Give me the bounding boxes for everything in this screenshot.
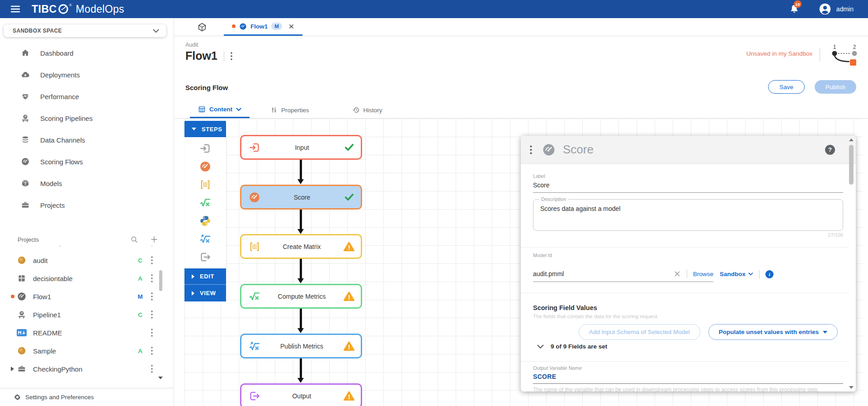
project-menu-icon[interactable] (151, 310, 153, 319)
node-output[interactable]: Output (240, 383, 362, 406)
sidebar-item-data-channels[interactable]: Data Channels (0, 129, 174, 151)
compute-metrics-icon[interactable] (199, 197, 211, 209)
python-icon[interactable] (199, 215, 211, 227)
version-stepper[interactable]: 1 2 (827, 43, 860, 68)
info-icon[interactable]: i (765, 270, 774, 278)
project-row-pipeline1[interactable]: Pipeline1 C (0, 306, 174, 324)
output-variable-name-value[interactable]: SCORE (533, 373, 556, 380)
projects-scrollbar-thumb[interactable] (159, 270, 162, 291)
warning-icon (343, 241, 355, 253)
node-score[interactable]: Score (240, 185, 362, 210)
populate-unset-values-button[interactable]: Populate unset values with entries (708, 324, 838, 340)
output-icon[interactable] (199, 251, 211, 263)
scroll-up-icon[interactable] (849, 139, 854, 141)
label-field-value[interactable]: Score (533, 182, 550, 189)
node-publish-metrics[interactable]: Publish Metrics (240, 334, 362, 358)
tab-history[interactable]: History (346, 102, 389, 118)
project-menu-icon[interactable] (151, 292, 153, 301)
tab-content[interactable]: Content (190, 102, 250, 118)
project-row-sample[interactable]: Sample A (0, 342, 174, 360)
gauge-icon (16, 291, 27, 301)
flow-canvas[interactable]: STEPS EDIT VIEW Input (184, 119, 863, 406)
sidebar-item-projects[interactable]: Projects (0, 194, 174, 216)
tab-properties[interactable]: Properties (264, 102, 316, 118)
palette-steps-label: STEPS (202, 126, 222, 133)
projects-scroll-down-icon[interactable] (158, 377, 163, 379)
projects-section-header: Projects (0, 233, 164, 246)
sidebar-item-performance[interactable]: Performance (0, 86, 174, 107)
clear-icon[interactable] (674, 270, 681, 277)
publish-metrics-icon[interactable] (199, 233, 211, 245)
scroll-down-icon[interactable] (849, 386, 854, 389)
project-row-flow1[interactable]: Flow1 M (0, 287, 174, 306)
palette-view-header[interactable]: VIEW (184, 284, 226, 301)
project-menu-icon[interactable] (151, 274, 153, 282)
project-menu-icon[interactable] (151, 246, 153, 246)
project-menu-icon[interactable] (151, 256, 153, 264)
title-menu-icon[interactable] (231, 52, 232, 60)
tibco-swoosh-icon (58, 4, 69, 14)
project-menu-icon[interactable] (151, 365, 153, 373)
project-menu-icon[interactable] (151, 329, 153, 337)
briefcase-icon (21, 201, 30, 210)
hamburger-menu-icon[interactable] (11, 5, 20, 13)
sidebar-item-label: Dashboard (40, 49, 73, 57)
project-row-audit-output[interactable]: audit-output C (0, 246, 174, 251)
browse-link[interactable]: Browse (693, 271, 713, 277)
user-menu[interactable]: admin (819, 3, 854, 15)
notifications-button[interactable]: 10 (789, 4, 800, 14)
project-row-audit[interactable]: audit C (0, 251, 174, 269)
sidebar-item-deployments[interactable]: Deployments (0, 64, 174, 86)
sidebar-item-scoring-pipelines[interactable]: Scoring Pipelines (0, 107, 174, 129)
project-row-checkingpython[interactable]: CheckingPython (0, 360, 174, 378)
score-gauge-icon[interactable] (199, 161, 211, 172)
add-project-icon[interactable] (150, 235, 158, 244)
project-name: audit (33, 257, 137, 264)
panel-scrollbar[interactable] (849, 138, 854, 390)
sidebar-item-dashboard[interactable]: Dashboard (0, 42, 174, 64)
project-name: decisiontable (33, 275, 137, 282)
project-row-readme[interactable]: README (0, 324, 174, 342)
divider (521, 247, 849, 248)
close-tab-icon[interactable] (288, 24, 294, 29)
space-selector[interactable]: SANDBOX SPACE (4, 24, 166, 37)
projects-header-label: Projects (18, 236, 39, 243)
palette-edit-header[interactable]: EDIT (184, 268, 226, 284)
model-id-field[interactable]: audit.pmml Browse (533, 266, 713, 282)
search-icon[interactable] (130, 235, 138, 244)
active-document-tab[interactable]: Flow1 M (224, 18, 302, 36)
palette-steps-header[interactable]: STEPS (184, 121, 226, 137)
location-dropdown-value: Sandbox (720, 271, 745, 277)
tibco-modelops-logo: TIBC ® ModelOps (32, 0, 124, 18)
sidebar-item-scoring-flows[interactable]: Scoring Flows (0, 151, 174, 172)
panel-title: Score (563, 143, 594, 157)
sidebar-nav: Dashboard Deployments Performance Scorin… (0, 42, 174, 216)
scrollbar-thumb[interactable] (849, 145, 854, 185)
node-compute-metrics[interactable]: Compute Metrics (240, 284, 362, 309)
sidebar-item-models[interactable]: Models (0, 172, 174, 194)
expand-arrow-icon[interactable] (11, 367, 14, 371)
description-field-value[interactable]: Scores data against a model (533, 200, 843, 218)
project-menu-icon[interactable] (151, 347, 153, 355)
model-id-value[interactable]: audit.pmml (533, 270, 674, 277)
save-button[interactable]: Save (768, 80, 805, 94)
top-header: TIBC ® ModelOps 10 admin (0, 0, 868, 18)
panel-menu-icon[interactable] (530, 145, 532, 154)
location-dropdown[interactable]: Sandbox (720, 271, 753, 277)
tab-label: History (363, 107, 382, 114)
output-icon (249, 390, 260, 402)
node-input[interactable]: Input (240, 135, 362, 160)
chevron-down-icon (748, 272, 753, 276)
settings-and-preferences[interactable]: Settings and Preferences (0, 388, 174, 406)
project-row-decisiontable[interactable]: decisiontable A (0, 269, 174, 287)
description-field[interactable]: Description Scores data against a model (533, 199, 843, 231)
node-create-matrix[interactable]: Create Matrix (240, 234, 362, 259)
input-icon[interactable] (199, 143, 211, 154)
models-tab[interactable] (193, 18, 211, 36)
help-icon[interactable]: ? (825, 145, 835, 155)
add-input-schema-button[interactable]: Add Input Schema of Selected Model (579, 324, 700, 340)
fields-summary-expander[interactable]: 9 of 9 Fields are set (537, 343, 607, 350)
sidebar-item-label: Scoring Pipelines (40, 115, 93, 122)
publish-button[interactable]: Publish (815, 80, 856, 94)
create-matrix-icon[interactable] (199, 179, 211, 191)
